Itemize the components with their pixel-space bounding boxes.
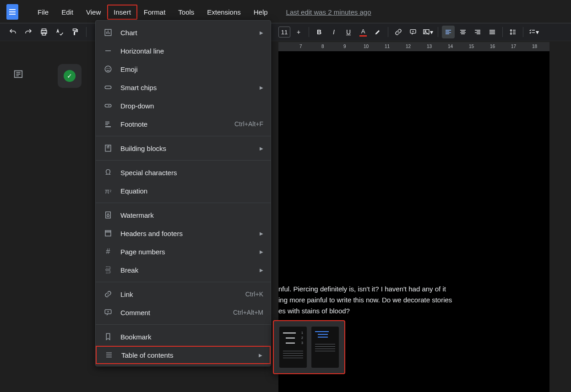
insert-building-blocks[interactable]: Building blocks ▶	[96, 139, 271, 157]
svg-rect-11	[105, 86, 111, 89]
menu-insert[interactable]: Insert	[107, 5, 137, 20]
insert-footnote[interactable]: Footnote Ctrl+Alt+F	[96, 115, 271, 133]
insert-equation[interactable]: π2 Equation	[96, 182, 271, 200]
svg-point-10	[109, 68, 109, 69]
spellcheck-button[interactable]	[53, 26, 66, 38]
chips-icon	[103, 82, 113, 92]
font-size-increase-button[interactable]: +	[292, 26, 305, 38]
hr-icon	[103, 46, 113, 56]
align-center-button[interactable]	[457, 26, 469, 38]
break-icon	[103, 265, 113, 275]
print-button[interactable]	[38, 26, 50, 38]
insert-image-button[interactable]: ▾	[421, 26, 434, 38]
menu-extensions[interactable]: Extensions	[201, 5, 247, 20]
menu-format[interactable]: Format	[137, 5, 172, 20]
italic-button[interactable]: I	[327, 26, 340, 38]
toolbar-separator	[502, 27, 503, 37]
menu-edit[interactable]: Edit	[55, 5, 80, 20]
insert-horizontal-line[interactable]: Horizontal line	[96, 42, 271, 60]
line-spacing-button[interactable]	[506, 26, 519, 38]
menu-item-shortcut: Ctrl+K	[245, 290, 263, 298]
ruler-tick: 17	[511, 44, 516, 49]
menu-help[interactable]: Help	[247, 5, 274, 20]
submenu-arrow-icon: ▶	[260, 30, 263, 35]
toolbar-separator	[86, 27, 87, 37]
toolbar: 11 + B I U A ▾ ▾	[0, 23, 571, 41]
ruler-tick: 14	[448, 44, 453, 49]
dropdown-icon	[103, 101, 113, 111]
bold-button[interactable]: B	[313, 26, 326, 38]
menu-item-label: Link	[120, 290, 245, 298]
insert-comment[interactable]: Comment Ctrl+Alt+M	[96, 303, 271, 322]
pi-icon: π2	[103, 186, 113, 196]
insert-link[interactable]: Link Ctrl+K	[96, 285, 271, 303]
headers-icon	[103, 228, 113, 238]
insert-smart-chips[interactable]: Smart chips ▶	[96, 78, 271, 97]
docs-logo-icon[interactable]	[6, 4, 18, 20]
insert-break[interactable]: Break ▶	[96, 261, 271, 279]
paint-format-button[interactable]	[69, 26, 82, 38]
watermark-icon	[103, 210, 113, 220]
ruler-tick: 13	[427, 44, 432, 49]
font-size-input[interactable]: 11	[278, 27, 290, 38]
submenu-arrow-icon: ▶	[260, 146, 263, 151]
omega-icon: Ω	[103, 167, 113, 177]
insert-watermark[interactable]: Watermark	[96, 206, 271, 224]
left-sidebar	[0, 42, 92, 392]
submenu-arrow-icon: ▶	[260, 85, 263, 90]
insert-menu-dropdown: Chart ▶ Horizontal line Emoji Smart chip…	[95, 20, 271, 366]
menu-item-label: Horizontal line	[120, 47, 263, 55]
menu-items: File Edit View Insert Format Tools Exten…	[31, 5, 274, 20]
blocks-icon	[103, 143, 113, 153]
insert-emoji[interactable]: Emoji	[96, 60, 271, 78]
toolbar-separator	[523, 27, 523, 37]
underline-button[interactable]: U	[342, 26, 355, 38]
menu-item-label: Footnote	[120, 120, 234, 128]
undo-button[interactable]	[6, 26, 19, 38]
align-right-button[interactable]	[471, 26, 484, 38]
outline-toggle-icon[interactable]	[9, 65, 27, 83]
insert-page-numbers[interactable]: # Page numbers ▶	[96, 242, 271, 261]
menu-file[interactable]: File	[31, 5, 55, 20]
menu-item-label: Comment	[120, 309, 233, 317]
insert-special-characters[interactable]: Ω Special characters	[96, 163, 271, 182]
ruler-tick: 10	[364, 44, 369, 49]
highlight-button[interactable]	[371, 26, 384, 38]
text-color-button[interactable]: A	[357, 26, 370, 38]
toolbar-separator	[438, 27, 438, 37]
insert-chart[interactable]: Chart ▶	[96, 23, 271, 42]
align-justify-button[interactable]	[486, 26, 499, 38]
comment-icon	[103, 307, 113, 317]
last-edit-link[interactable]: Last edit was 2 minutes ago	[286, 8, 371, 16]
insert-bookmark[interactable]: Bookmark	[96, 328, 271, 346]
checklist-button[interactable]: ▾	[527, 26, 540, 38]
align-left-button[interactable]	[442, 26, 455, 38]
insert-headers-footers[interactable]: Headers and footers ▶	[96, 224, 271, 242]
insert-table-of-contents[interactable]: Table of contents ▶	[96, 346, 271, 364]
toc-option-links[interactable]	[311, 327, 339, 368]
insert-dropdown-chip[interactable]: Drop-down	[96, 97, 271, 115]
toc-icon	[104, 350, 114, 360]
insert-link-button[interactable]	[392, 26, 405, 38]
hash-icon: #	[103, 247, 113, 257]
ruler-tick: 12	[406, 44, 411, 49]
ruler-tick: 11	[385, 44, 390, 49]
menu-view[interactable]: View	[80, 5, 107, 20]
ruler-tick: 16	[490, 44, 495, 49]
submenu-arrow-icon: ▶	[260, 268, 263, 273]
menu-item-label: Table of contents	[121, 351, 255, 359]
menu-item-shortcut: Ctrl+Alt+M	[233, 309, 263, 316]
menu-item-shortcut: Ctrl+Alt+F	[234, 120, 263, 128]
emoji-icon	[103, 64, 113, 74]
menu-separator	[96, 160, 271, 161]
ruler-tick: 15	[469, 44, 474, 49]
menu-tools[interactable]: Tools	[172, 5, 201, 20]
svg-rect-14	[106, 212, 111, 218]
insert-comment-button[interactable]	[407, 26, 419, 38]
svg-point-9	[107, 68, 107, 69]
save-status-chip: ✓	[58, 64, 82, 88]
menu-item-label: Special characters	[120, 169, 263, 177]
link-icon	[103, 289, 113, 299]
redo-button[interactable]	[22, 26, 35, 38]
toc-option-plain[interactable]: 1 2 3	[279, 327, 307, 368]
